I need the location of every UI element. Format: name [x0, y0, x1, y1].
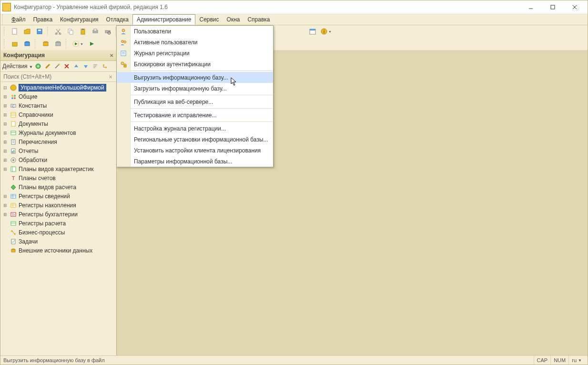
tree-item[interactable]: Регистры расчета	[0, 219, 116, 228]
expand-icon[interactable]: ⊞	[2, 194, 8, 199]
move-down-button[interactable]	[81, 62, 90, 71]
close-icon	[572, 5, 577, 10]
move-up-button[interactable]	[72, 62, 81, 71]
menu-administration[interactable]: Администрирование	[132, 14, 195, 25]
expand-icon[interactable]: ⊞	[2, 94, 8, 99]
toolbar-grip[interactable]	[4, 39, 7, 49]
tree-item[interactable]: ⊞TrРегистры бухгалтерии	[0, 210, 116, 219]
open-button[interactable]	[21, 26, 33, 37]
menu-item-users[interactable]: Пользователи	[117, 26, 273, 37]
search-row: ✕	[0, 72, 116, 82]
delete-button[interactable]	[62, 62, 71, 71]
tree-item[interactable]: ⊞Регистры сведений	[0, 192, 116, 201]
edit-button[interactable]	[43, 62, 52, 71]
toolbar-grip[interactable]	[4, 27, 7, 36]
expand-icon[interactable]: ⊞	[2, 203, 8, 208]
menu-debug[interactable]: Отладка	[102, 14, 132, 25]
panel-close-button[interactable]: ✕	[110, 53, 113, 58]
menu-edit[interactable]: Правка	[30, 14, 57, 25]
cut-button[interactable]	[52, 26, 64, 37]
tree-item[interactable]: Внешние источники данных	[0, 246, 116, 255]
menu-windows[interactable]: Окна	[223, 14, 244, 25]
svg-rect-13	[70, 30, 73, 34]
tree-item[interactable]: ⊞Справочники	[0, 110, 116, 119]
db-refresh-icon	[42, 41, 49, 47]
expand-icon[interactable]: ⊞	[2, 103, 8, 108]
menu-item-regional-settings[interactable]: Региональные установки информационной ба…	[117, 134, 273, 145]
tree-item[interactable]: ⊞Планы видов характеристик	[0, 164, 116, 173]
tree-item[interactable]: Бизнес-процессы	[0, 228, 116, 237]
run-debug-button[interactable]: ▼	[71, 38, 85, 50]
actions-menu[interactable]: Действия ▼	[2, 63, 33, 70]
menu-item-restore-infobase[interactable]: Загрузить информационную базу...	[117, 83, 273, 94]
close-button[interactable]	[564, 2, 586, 12]
menubar-grip[interactable]	[2, 14, 6, 25]
tree-item[interactable]: ⊞Перечисления	[0, 137, 116, 146]
blank-icon	[117, 123, 130, 134]
administration-dropdown: Пользователи Активные пользователи Журна…	[116, 25, 274, 167]
new-doc-button[interactable]	[9, 26, 20, 37]
save-cfg-button[interactable]	[52, 38, 64, 50]
tree-item[interactable]: Планы видов расчета	[0, 182, 116, 192]
menu-file[interactable]: Файл	[8, 14, 30, 25]
tree-item-label: Регистры накопления	[19, 202, 76, 209]
open-cfg-button[interactable]	[9, 38, 20, 50]
wizard-button[interactable]	[53, 62, 61, 71]
menu-service[interactable]: Сервис	[195, 14, 223, 25]
expand-icon[interactable]: ⊞	[2, 212, 8, 217]
help-dd-button[interactable]: i▼	[319, 26, 333, 37]
add-button[interactable]	[34, 62, 42, 71]
tree-root[interactable]: ⊟ УправлениеНебольшойФирмой	[0, 83, 116, 92]
print-button[interactable]	[90, 26, 101, 37]
svg-point-96	[122, 29, 125, 32]
expand-icon[interactable]: ⊞	[2, 149, 8, 153]
menu-item-event-log[interactable]: Журнал регистрации	[117, 48, 273, 59]
svg-rect-103	[124, 65, 126, 67]
menu-item-web-publish[interactable]: Публикация на веб-сервере...	[117, 96, 273, 107]
tree-item[interactable]: ⊞Журналы документов	[0, 128, 116, 137]
paste-button[interactable]	[77, 26, 89, 37]
filter-button[interactable]	[101, 62, 109, 71]
tree-item[interactable]: TПланы счетов	[0, 173, 116, 182]
config-tree[interactable]: ⊟ УправлениеНебольшойФирмой ⊞Общие ⊞CКон…	[0, 82, 116, 356]
update-db-button[interactable]	[40, 38, 51, 50]
collapse-icon[interactable]: ⊟	[2, 85, 8, 90]
menu-item-auth-locks[interactable]: Блокировки аутентификации	[117, 59, 273, 70]
tree-item[interactable]: ⊞Документы	[0, 119, 116, 128]
sort-button[interactable]	[91, 62, 100, 71]
menu-item-active-users[interactable]: Активные пользователи	[117, 37, 273, 48]
blank-icon	[117, 110, 130, 121]
clear-search-button[interactable]: ✕	[107, 74, 114, 80]
search-input[interactable]	[2, 73, 107, 81]
lock-user-icon	[117, 59, 130, 70]
db-button[interactable]	[21, 38, 33, 50]
expand-icon[interactable]: ⊞	[2, 167, 8, 172]
expand-icon[interactable]: ⊞	[2, 131, 8, 135]
status-lang[interactable]: ru ▼	[568, 356, 585, 365]
expand-icon[interactable]: ⊞	[2, 158, 8, 162]
svg-line-41	[46, 64, 50, 68]
debug-run-button[interactable]	[86, 38, 97, 50]
menu-configuration[interactable]: Конфигурация	[56, 14, 102, 25]
menu-item-verify-repair[interactable]: Тестирование и исправление...	[117, 110, 273, 121]
menu-item-infobase-params[interactable]: Параметры информационной базы...	[117, 156, 273, 167]
expand-icon[interactable]: ⊞	[2, 122, 8, 126]
expand-icon[interactable]: ⊞	[2, 140, 8, 144]
tree-item[interactable]: ⊞CКонстанты	[0, 101, 116, 110]
calendar-button[interactable]	[307, 26, 318, 37]
tree-item[interactable]: ⊞Общие	[0, 92, 116, 101]
save-button[interactable]	[34, 26, 45, 37]
menu-item-license-client[interactable]: Установить настройки клиента лицензирова…	[117, 145, 273, 156]
print-preview-button[interactable]	[102, 26, 113, 37]
menu-item-dump-infobase[interactable]: Выгрузить информационную базу...	[117, 72, 273, 83]
tree-item[interactable]: ⊞Отчеты	[0, 146, 116, 155]
tree-item[interactable]: ⊞Обработки	[0, 155, 116, 164]
tree-item[interactable]: Задачи	[0, 237, 116, 246]
maximize-button[interactable]	[542, 2, 564, 12]
minimize-button[interactable]	[520, 2, 542, 12]
expand-icon[interactable]: ⊞	[2, 112, 8, 117]
menu-item-eventlog-settings[interactable]: Настройка журнала регистрации...	[117, 123, 273, 134]
tree-item[interactable]: ⊞Регистры накопления	[0, 201, 116, 210]
menu-help[interactable]: Справка	[243, 14, 274, 25]
copy-button[interactable]	[65, 26, 76, 37]
